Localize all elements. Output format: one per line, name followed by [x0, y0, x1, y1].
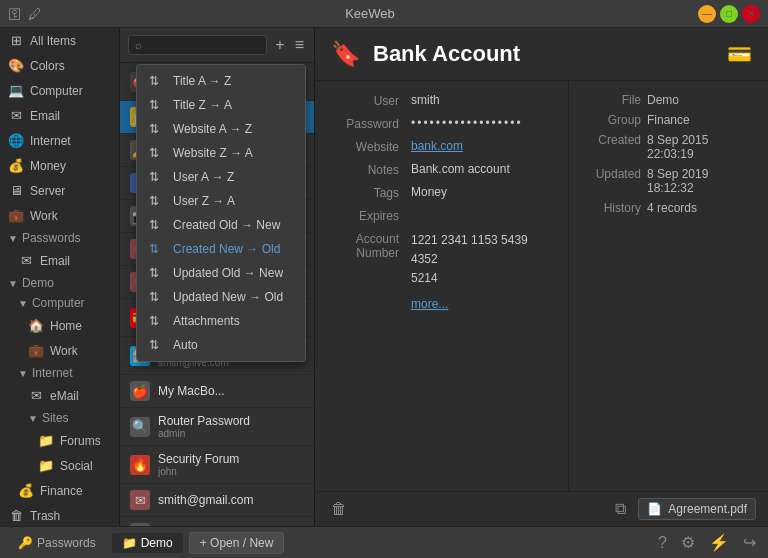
sidebar-item-label: All Items — [30, 34, 76, 48]
work-icon: 💼 — [8, 208, 24, 223]
sort-label: Created Old → New — [173, 218, 280, 232]
field-value-more[interactable]: more... — [411, 297, 448, 311]
tab-passwords[interactable]: 🔑 Passwords — [8, 533, 106, 553]
sidebar-item-home[interactable]: 🏠 Home — [20, 313, 119, 338]
sidebar-item-server[interactable]: 🖥 Server — [0, 178, 119, 203]
meta-value-history: 4 records — [647, 201, 697, 215]
sidebar-item-forums[interactable]: 📁 Forums — [30, 428, 119, 453]
sort-icon: ⇅ — [149, 242, 165, 256]
list-item-router[interactable]: 🔍 Router Password admin — [120, 408, 314, 446]
lock-button[interactable]: ⚡ — [705, 531, 733, 554]
exit-button[interactable]: ↪ — [739, 531, 760, 554]
meta-label-group: Group — [581, 113, 641, 127]
demo-computer-header[interactable]: ▼ Computer — [10, 293, 119, 313]
demo-sites-header[interactable]: ▼ Sites — [20, 408, 119, 428]
expand-icon: ▼ — [28, 413, 38, 424]
field-password: Password •••••••••••••••••• — [331, 116, 552, 131]
sidebar-item-label: Money — [30, 159, 66, 173]
meta-label-file: File — [581, 93, 641, 107]
search-input[interactable] — [146, 38, 260, 52]
attachment-button[interactable]: 📄 Agreement.pdf — [638, 498, 756, 520]
sort-icon: ⇅ — [149, 266, 165, 280]
sort-title-a-z[interactable]: ⇅ Title A → Z — [137, 69, 305, 93]
sort-website-z-a[interactable]: ⇅ Website Z → A — [137, 141, 305, 165]
passwords-group-header[interactable]: ▼ Passwords — [0, 228, 119, 248]
list-item-icon: 🔍 — [130, 417, 150, 437]
list-item-icon: 🍎 — [130, 381, 150, 401]
footer-actions-right: ⧉ 📄 Agreement.pdf — [611, 498, 756, 520]
field-user: User smith — [331, 93, 552, 108]
sidebar-item-label: eMail — [50, 389, 79, 403]
sidebar-item-colors[interactable]: 🎨 Colors — [0, 53, 119, 78]
sort-user-a-z[interactable]: ⇅ User A → Z — [137, 165, 305, 189]
add-entry-button[interactable]: + — [273, 34, 286, 56]
sort-website-a-z[interactable]: ⇅ Website A → Z — [137, 117, 305, 141]
sort-updated-old-new[interactable]: ⇅ Updated Old → New — [137, 261, 305, 285]
app-icon2: 🖊 — [28, 6, 42, 22]
field-value-website[interactable]: bank.com — [411, 139, 463, 153]
sidebar-item-email-sub[interactable]: ✉ eMail — [20, 383, 119, 408]
sidebar-item-social[interactable]: 📁 Social — [30, 453, 119, 478]
sidebar-item-label: Social — [60, 459, 93, 473]
list-item-super-secret[interactable]: 🔍 Super Secret Server — [120, 517, 314, 526]
sort-user-z-a[interactable]: ⇅ User Z → A — [137, 189, 305, 213]
social-icon: 📁 — [38, 458, 54, 473]
colors-icon: 🎨 — [8, 58, 24, 73]
sort-created-new-old[interactable]: ⇅ Created New → Old — [137, 237, 305, 261]
open-new-button[interactable]: + Open / New — [189, 532, 285, 554]
sort-auto[interactable]: ⇅ Auto — [137, 333, 305, 357]
window-controls: — □ ✕ — [698, 5, 760, 23]
sort-updated-new-old[interactable]: ⇅ Updated New → Old — [137, 285, 305, 309]
meta-value-group: Finance — [647, 113, 690, 127]
copy-button[interactable]: ⧉ — [611, 498, 630, 520]
sidebar-item-trash[interactable]: 🗑 Trash — [0, 503, 119, 526]
sidebar-item-all-items[interactable]: ⊞ All Items — [0, 28, 119, 53]
sort-title-z-a[interactable]: ⇅ Title Z → A — [137, 93, 305, 117]
list-item-security-forum[interactable]: 🔥 Security Forum john — [120, 446, 314, 484]
card-icon[interactable]: 💳 — [727, 42, 752, 66]
field-more[interactable]: more... — [331, 297, 552, 311]
help-button[interactable]: ? — [654, 532, 671, 554]
field-value-account: 1221 2341 1153 5439 43525214 — [411, 231, 552, 289]
sidebar-item-work[interactable]: 💼 Work — [0, 203, 119, 228]
list-item-title: smith@gmail.com — [158, 493, 254, 507]
work-sub-icon: 💼 — [28, 343, 44, 358]
close-button[interactable]: ✕ — [742, 5, 760, 23]
sort-label: Attachments — [173, 314, 240, 328]
sort-dropdown: ⇅ Title A → Z ⇅ Title Z → A ⇅ Website A … — [136, 64, 306, 362]
list-item-my-macbook[interactable]: 🍎 My MacBo... — [120, 375, 314, 408]
sidebar-item-internet[interactable]: 🌐 Internet — [0, 128, 119, 153]
maximize-button[interactable]: □ — [720, 5, 738, 23]
sort-label: Updated Old → New — [173, 266, 283, 280]
attachment-name: Agreement.pdf — [668, 502, 747, 516]
field-tags: Tags Money — [331, 185, 552, 200]
demo-internet-header[interactable]: ▼ Internet — [10, 363, 119, 383]
field-website: Website bank.com — [331, 139, 552, 154]
demo-group-header[interactable]: ▼ Demo — [0, 273, 119, 293]
sort-icon: ⇅ — [149, 290, 165, 304]
detail-body: User smith Password •••••••••••••••••• W… — [315, 81, 768, 491]
detail-header: 🔖 Bank Account 💳 — [315, 28, 768, 81]
sort-created-old-new[interactable]: ⇅ Created Old → New — [137, 213, 305, 237]
sidebar-item-finance[interactable]: 💰 Finance — [10, 478, 119, 503]
sort-icon: ⇅ — [149, 98, 165, 112]
field-value-tags: Money — [411, 185, 447, 199]
sidebar-item-money[interactable]: 💰 Money — [0, 153, 119, 178]
list-item-smith-gmail[interactable]: ✉ smith@gmail.com — [120, 484, 314, 517]
minimize-button[interactable]: — — [698, 5, 716, 23]
delete-button[interactable]: 🗑 — [327, 498, 351, 520]
sidebar-item-email[interactable]: ✉ Email — [0, 103, 119, 128]
settings-button[interactable]: ⚙ — [677, 531, 699, 554]
sort-label: Created New → Old — [173, 242, 280, 256]
sidebar-item-pw-email[interactable]: ✉ Email — [10, 248, 119, 273]
tab-demo[interactable]: 📁 Demo — [112, 533, 183, 553]
trash-icon: 🗑 — [8, 508, 24, 523]
sidebar-item-work-sub[interactable]: 💼 Work — [20, 338, 119, 363]
meta-file: File Demo — [581, 93, 756, 107]
demo-group-children: ▼ Computer 🏠 Home 💼 Work ▼ Internet — [0, 293, 119, 503]
sort-button[interactable]: ≡ — [293, 34, 306, 56]
sidebar-item-computer[interactable]: 💻 Computer — [0, 78, 119, 103]
all-items-icon: ⊞ — [8, 33, 24, 48]
meta-value-created: 8 Sep 2015 22:03:19 — [647, 133, 756, 161]
sort-attachments[interactable]: ⇅ Attachments — [137, 309, 305, 333]
